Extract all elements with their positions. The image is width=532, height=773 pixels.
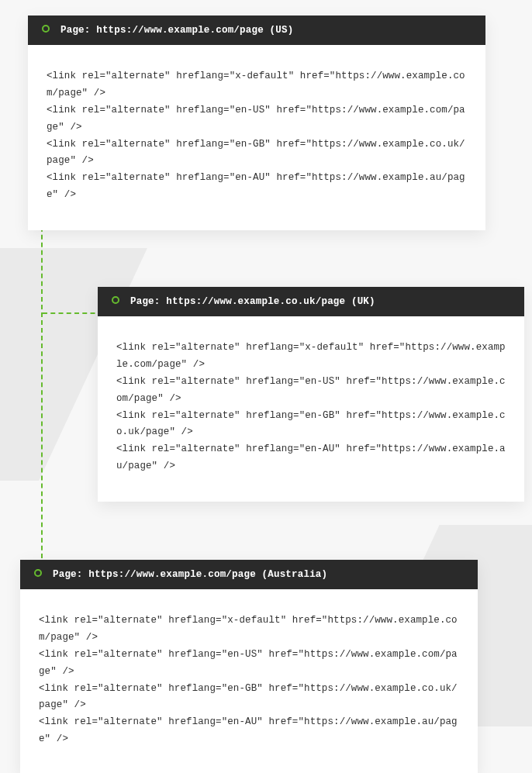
panel-header: Page: https://www.example.com/page (Aust… xyxy=(20,560,478,589)
panel-title: Page: https://www.example.com/page (Aust… xyxy=(53,569,327,580)
code-panel-au: Page: https://www.example.com/page (Aust… xyxy=(20,560,478,773)
code-line: <link rel="alternate" hreflang="en-AU" h… xyxy=(116,441,506,475)
code-panel-us: Page: https://www.example.com/page (US) … xyxy=(28,16,485,230)
code-line: <link rel="alternate" hreflang="x-defaul… xyxy=(39,613,459,647)
circle-icon xyxy=(112,296,119,304)
code-line: <link rel="alternate" hreflang="en-GB" h… xyxy=(39,681,459,715)
code-line: <link rel="alternate" hreflang="en-GB" h… xyxy=(116,408,506,442)
circle-icon xyxy=(42,25,50,33)
panel-title: Page: https://www.example.co.uk/page (UK… xyxy=(130,296,375,307)
code-line: <link rel="alternate" hreflang="x-defaul… xyxy=(47,68,467,102)
code-panel-uk: Page: https://www.example.co.uk/page (UK… xyxy=(98,287,524,502)
code-line: <link rel="alternate" hreflang="en-US" h… xyxy=(39,647,459,681)
code-line: <link rel="alternate" hreflang="en-US" h… xyxy=(116,374,506,408)
code-line: <link rel="alternate" hreflang="en-GB" h… xyxy=(47,136,467,171)
panel-header: Page: https://www.example.com/page (US) xyxy=(28,16,485,45)
panel-body: <link rel="alternate" hreflang="x-defaul… xyxy=(20,589,478,773)
panel-body: <link rel="alternate" hreflang="x-defaul… xyxy=(98,316,524,502)
code-line: <link rel="alternate" hreflang="en-AU" h… xyxy=(39,714,459,748)
panel-title: Page: https://www.example.com/page (US) xyxy=(60,25,293,36)
circle-icon xyxy=(34,569,42,577)
code-line: <link rel="alternate" hreflang="en-US" h… xyxy=(47,102,467,136)
code-line: <link rel="alternate" hreflang="en-AU" h… xyxy=(47,170,467,204)
code-line: <link rel="alternate" hreflang="x-defaul… xyxy=(116,340,506,374)
panel-header: Page: https://www.example.co.uk/page (UK… xyxy=(98,287,524,316)
panel-body: <link rel="alternate" hreflang="x-defaul… xyxy=(28,45,485,230)
